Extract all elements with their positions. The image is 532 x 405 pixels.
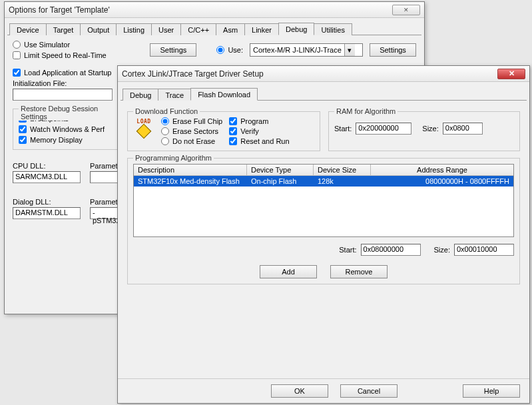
erase-full-radio[interactable]: Erase Full Chip bbox=[161, 117, 222, 125]
program-label: Program bbox=[240, 117, 268, 125]
jlink-tabs: Debug Trace Flash Download bbox=[121, 86, 527, 101]
add-button[interactable]: Add bbox=[260, 265, 317, 278]
prog-size-input[interactable]: 0x00010000 bbox=[454, 244, 514, 256]
ram-size-label: Size: bbox=[422, 125, 438, 133]
prog-table[interactable]: Description Device Type Device Size Addr… bbox=[133, 164, 514, 237]
watch-windows-check[interactable]: Watch Windows & Perf bbox=[19, 125, 113, 133]
ram-start-input[interactable]: 0x20000000 bbox=[356, 123, 411, 135]
prog-label: Programming Algorithm bbox=[133, 154, 214, 162]
prog-start-input[interactable]: 0x08000000 bbox=[361, 244, 421, 256]
cpu-dll-value: SARMCM3.DLL bbox=[15, 173, 67, 181]
cell-addrrange: 08000000H - 0800FFFFH bbox=[371, 176, 513, 187]
ram-label: RAM for Algorithm bbox=[334, 107, 398, 115]
prog-table-header: Description Device Type Device Size Addr… bbox=[134, 165, 513, 176]
ram-start-label: Start: bbox=[334, 125, 352, 133]
download-function-group: Download Function LOAD Erase Full Chip E… bbox=[127, 111, 320, 151]
limit-speed-label: Limit Speed to Real-Time bbox=[24, 51, 107, 59]
col-description[interactable]: Description bbox=[134, 165, 247, 175]
prog-start-label: Start: bbox=[339, 246, 356, 254]
cell-devsize: 128k bbox=[314, 176, 371, 187]
load-application-label: Load Application at Startup bbox=[24, 69, 111, 77]
jlink-titlebar: Cortex JLink/JTrace Target Driver Setup … bbox=[118, 66, 529, 82]
reset-run-check[interactable]: Reset and Run bbox=[229, 137, 289, 145]
prog-group: Programming Algorithm Description Device… bbox=[127, 158, 520, 284]
cell-devtype: On-chip Flash bbox=[247, 176, 314, 187]
jtab-trace[interactable]: Trace bbox=[158, 89, 191, 101]
prog-size-label: Size: bbox=[434, 246, 450, 254]
tab-linker[interactable]: Linker bbox=[244, 23, 279, 35]
ram-size-input[interactable]: 0x0800 bbox=[443, 123, 483, 135]
erase-sectors-label: Erase Sectors bbox=[172, 127, 218, 135]
jlink-body: Download Function LOAD Erase Full Chip E… bbox=[118, 101, 529, 291]
options-title: Options for Target 'Template' bbox=[9, 5, 110, 15]
col-devsize[interactable]: Device Size bbox=[314, 165, 371, 175]
ram-start-value: 0x20000000 bbox=[358, 124, 399, 132]
download-function-label: Download Function bbox=[133, 107, 200, 115]
col-addrrange[interactable]: Address Range bbox=[371, 165, 513, 175]
tab-asm[interactable]: Asm bbox=[216, 23, 245, 35]
target-driver-value: Cortex-M/R J-LINK/J-Trace bbox=[250, 46, 344, 54]
help-button[interactable]: Help bbox=[463, 384, 520, 398]
tab-ccpp[interactable]: C/C++ bbox=[180, 23, 216, 35]
verify-label: Verify bbox=[240, 127, 259, 135]
limit-speed-check[interactable]: Limit Speed to Real-Time bbox=[13, 51, 143, 59]
dialog-dll-value: DARMSTM.DLL bbox=[15, 208, 68, 216]
memory-display-label: Memory Display bbox=[30, 136, 83, 144]
jlink-close-button[interactable]: ✕ bbox=[497, 69, 525, 79]
program-check[interactable]: Program bbox=[229, 117, 289, 125]
jlink-dialog: Cortex JLink/JTrace Target Driver Setup … bbox=[117, 65, 530, 404]
erase-sectors-radio[interactable]: Erase Sectors bbox=[161, 127, 222, 135]
jtab-debug[interactable]: Debug bbox=[123, 89, 158, 101]
init-file-input[interactable] bbox=[13, 89, 113, 101]
use-target-radio[interactable]: Use: bbox=[216, 46, 243, 54]
use-simulator-label: Use Simulator bbox=[24, 41, 70, 49]
cpu-dll-input[interactable]: SARMCM3.DLL bbox=[13, 171, 81, 183]
table-row[interactable]: STM32F10x Med-density Flash On-chip Flas… bbox=[134, 176, 513, 187]
watch-windows-label: Watch Windows & Perf bbox=[30, 125, 105, 133]
target-settings-button[interactable]: Settings bbox=[370, 43, 416, 57]
cpu-dll-label: CPU DLL: bbox=[13, 162, 81, 170]
restore-group: Restore Debug Session Settings Breakpoin… bbox=[13, 109, 119, 150]
tab-listing[interactable]: Listing bbox=[116, 23, 152, 35]
jtab-flashdownload[interactable]: Flash Download bbox=[190, 88, 258, 101]
tab-user[interactable]: User bbox=[151, 23, 181, 35]
tab-output[interactable]: Output bbox=[80, 23, 117, 35]
restore-group-label: Restore Debug Session Settings bbox=[19, 105, 119, 121]
options-titlebar: Options for Target 'Template' ✕ bbox=[5, 2, 424, 18]
use-label: Use: bbox=[228, 46, 243, 54]
options-close-button[interactable]: ✕ bbox=[392, 5, 420, 15]
cancel-button[interactable]: Cancel bbox=[340, 384, 398, 398]
ok-button[interactable]: OK bbox=[271, 384, 328, 398]
prog-start-value: 0x08000000 bbox=[364, 245, 404, 253]
col-devtype[interactable]: Device Type bbox=[247, 165, 314, 175]
verify-check[interactable]: Verify bbox=[229, 127, 289, 135]
use-simulator-radio[interactable]: Use Simulator bbox=[13, 41, 143, 49]
erase-full-label: Erase Full Chip bbox=[172, 117, 222, 125]
do-not-erase-radio[interactable]: Do not Erase bbox=[161, 137, 222, 145]
ram-size-value: 0x0800 bbox=[445, 124, 469, 132]
tab-device[interactable]: Device bbox=[9, 23, 47, 35]
load-icon: LOAD bbox=[133, 117, 154, 137]
chevron-down-icon: ▾ bbox=[344, 44, 355, 56]
ram-group: RAM for Algorithm Start: 0x20000000 Size… bbox=[328, 111, 520, 151]
do-not-erase-label: Do not Erase bbox=[172, 137, 215, 145]
dialog-dll-label: Dialog DLL: bbox=[13, 198, 81, 206]
remove-button[interactable]: Remove bbox=[330, 265, 388, 278]
tab-debug[interactable]: Debug bbox=[278, 23, 314, 35]
tab-target[interactable]: Target bbox=[46, 23, 81, 35]
sim-settings-button[interactable]: Settings bbox=[150, 43, 196, 57]
tab-utilities[interactable]: Utilities bbox=[314, 23, 352, 35]
dialog-dll-input[interactable]: DARMSTM.DLL bbox=[13, 207, 81, 219]
memory-display-check[interactable]: Memory Display bbox=[19, 136, 113, 144]
target-driver-combo[interactable]: Cortex-M/R J-LINK/J-Trace ▾ bbox=[250, 43, 363, 57]
jlink-title: Cortex JLink/JTrace Target Driver Setup bbox=[122, 69, 264, 79]
reset-run-label: Reset and Run bbox=[240, 137, 289, 145]
prog-size-value: 0x00010000 bbox=[457, 245, 497, 253]
cell-description: STM32F10x Med-density Flash bbox=[134, 176, 247, 187]
options-tabs: Device Target Output Listing User C/C++ … bbox=[7, 21, 421, 35]
